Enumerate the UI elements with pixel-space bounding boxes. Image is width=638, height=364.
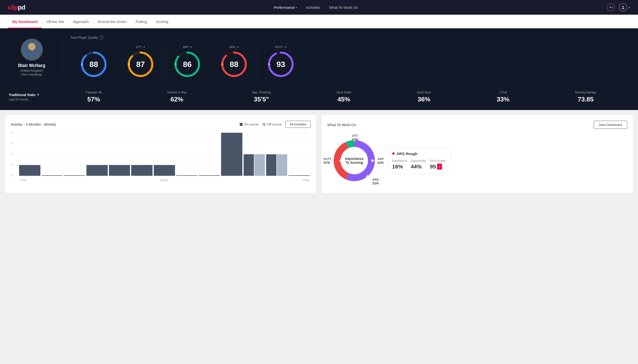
score-label-putt: PUTT ↗ (275, 46, 286, 49)
stat-app-proximity: App. Proximity 35'5" (252, 91, 271, 103)
score-label-arg: ARG ↗ (229, 46, 239, 49)
circle-putt: 93 (267, 51, 294, 78)
nav-links: Performance ▾ Activities What To Work On (274, 6, 358, 10)
tab-my-dashboard[interactable]: My Dashboard (8, 15, 42, 28)
bar-group-10 (221, 133, 242, 176)
stat-scoring-average: Scoring Average 73.85 (575, 91, 596, 103)
chevron-down-icon: ▾ (296, 6, 297, 9)
score-value-putt: 93 (276, 60, 285, 69)
donut-label-ott: OTT 10% (352, 134, 358, 141)
score-value-ott: 87 (136, 60, 145, 69)
player-name: Blair McHarg (18, 63, 45, 68)
score-app: APP ↗ 86 (164, 44, 211, 80)
tab-scoring[interactable]: Scoring (151, 15, 173, 28)
stat-greens-in-reg: Greens In Reg 62% (167, 91, 186, 103)
donut-label-arg: ARG 21% (372, 178, 379, 185)
traditional-stats: Traditional Stats ? Last 20 rounds Fairw… (9, 86, 629, 103)
logo-highlight: clip (8, 4, 18, 11)
nav-activities[interactable]: Activities (306, 6, 320, 10)
score-label-total (93, 46, 94, 49)
chevron-down-icon: ▾ (629, 6, 630, 9)
circle-total: 88 (80, 51, 107, 78)
detail-card: ARG Rough Importance 16% Opportunity 44%… (387, 148, 451, 174)
score-value-total: 88 (89, 60, 98, 69)
donut-label-app: APP 12% (377, 158, 384, 164)
bar-group-13 (288, 175, 310, 176)
chevron-down-icon: ▾ (611, 6, 613, 9)
player-info: ⛳ Blair McHarg United Kingdom Plus Handi… (9, 38, 63, 76)
user-menu-button[interactable]: ▾ (619, 3, 630, 12)
plus-icon: + (609, 5, 611, 10)
trad-help-icon[interactable]: ? (37, 93, 39, 97)
stat-1-putt: 1 Putt 33% (497, 91, 509, 103)
tab-around-the-green[interactable]: Around the Green (93, 15, 131, 28)
stat-items: Fairways Hit 57% Greens In Reg 62% App. … (53, 91, 629, 103)
bar-group-5 (109, 165, 130, 176)
arrow-up-icon: ↗ (284, 46, 286, 49)
top-navigation: clippd Performance ▾ Activities What To … (0, 0, 638, 15)
svg-point-15 (174, 63, 177, 66)
wtwo-content: Importance To Scoring OTT 10% APP 12% AR… (327, 134, 627, 188)
svg-point-9 (81, 63, 83, 66)
detail-importance: Importance 16% (392, 159, 407, 170)
donut-center: Importance To Scoring (345, 157, 363, 164)
svg-point-27 (371, 160, 374, 162)
bar-group-2 (42, 175, 63, 176)
svg-point-1 (622, 8, 624, 9)
app-logo[interactable]: clippd (8, 4, 25, 11)
detail-shot-quality: Shot Quality 95 ↓ (430, 159, 446, 170)
detail-card-title: ARG Rough (392, 152, 446, 156)
bars-area (18, 133, 311, 176)
svg-point-12 (128, 63, 130, 66)
avatar: ⛳ (21, 38, 43, 61)
score-value-arg: 88 (230, 60, 239, 69)
on-course-dot (240, 123, 243, 126)
player-country: United Kingdom (20, 69, 43, 72)
user-icon (621, 5, 625, 10)
bar-group-6 (131, 165, 152, 176)
add-button[interactable]: + ▾ (607, 3, 615, 12)
stat-up-and-down: Up & Down 45% (336, 91, 351, 103)
help-icon[interactable]: ? (99, 35, 104, 40)
bar-group-1 (19, 165, 40, 176)
chart-legend: On course Off course (240, 122, 282, 126)
trad-stats-label: Traditional Stats ? Last 20 rounds (9, 93, 53, 101)
score-label-ott: OTT ↗ (136, 46, 145, 49)
bar-on-course (42, 175, 63, 176)
shot-quality-badge: ↓ (437, 164, 442, 170)
svg-point-28 (366, 175, 369, 178)
all-activities-button[interactable]: All Activities (285, 121, 311, 128)
wtwo-title: What To Work On (327, 123, 356, 127)
nav-performance[interactable]: Performance ▾ (274, 6, 297, 10)
arrow-up-icon: ↗ (237, 46, 239, 49)
svg-point-18 (221, 63, 224, 66)
hero-top: ⛳ Blair McHarg United Kingdom Plus Handi… (9, 35, 629, 80)
tab-approach[interactable]: Approach (69, 15, 93, 28)
x-label-may: 9 May (302, 179, 310, 182)
off-course-dot (263, 123, 266, 126)
nav-what-to-work-on[interactable]: What To Work On (329, 6, 358, 10)
bar-group-8 (176, 175, 197, 176)
score-putt: PUTT ↗ 93 (258, 44, 304, 80)
bottom-section: Activity - 3 Months - Weekly On course O… (0, 110, 638, 198)
activity-chart-card: Activity - 3 Months - Weekly On course O… (5, 115, 317, 193)
player-handicap: Plus Handicap (22, 72, 42, 76)
detail-metrics: Importance 16% Opportunity 44% Shot Qual… (392, 159, 446, 170)
legend-off-course: Off course (263, 122, 282, 126)
arrow-up-icon: ↗ (189, 46, 192, 49)
bar-group-4 (86, 165, 108, 176)
activity-chart-header: Activity - 3 Months - Weekly On course O… (11, 121, 311, 128)
svg-text:⛳: ⛳ (30, 46, 33, 49)
bar-group-11 (244, 154, 265, 176)
nav-right: + ▾ ▾ (607, 3, 630, 12)
trad-stats-subtitle: Last 20 rounds (9, 98, 53, 101)
view-dashboard-button[interactable]: View Dashboard (594, 121, 627, 129)
donut-chart: Importance To Scoring OTT 10% APP 12% AR… (327, 134, 381, 188)
tab-off-the-tee[interactable]: Off the Tee (42, 15, 69, 28)
arrow-up-icon: ↗ (143, 46, 145, 49)
tab-putting[interactable]: Putting (131, 15, 151, 28)
circle-arg: 88 (221, 51, 248, 78)
circle-ott: 87 (127, 51, 154, 78)
tpq-label: Total Player Quality ? (71, 35, 629, 40)
svg-point-0 (622, 6, 624, 7)
